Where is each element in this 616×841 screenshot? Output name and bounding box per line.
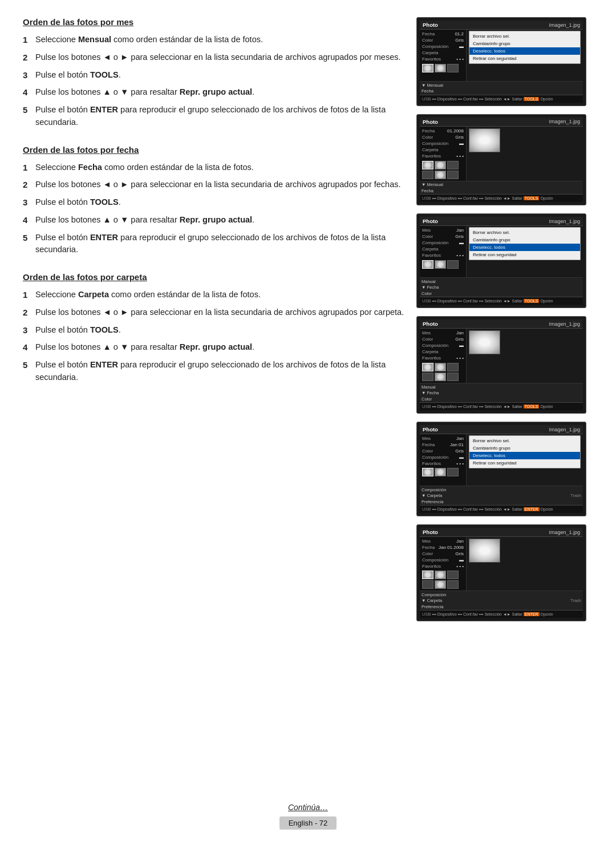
screen-top-bar: Photo Imagen_1.jpg [420,320,583,329]
step-list-carpeta: 1 Seleccione Carpeta como orden estándar… [23,289,405,384]
step-number: 1 [23,289,35,301]
thumbnail [435,260,446,269]
step-item: 1 Seleccione Carpeta como orden estándar… [23,289,405,301]
meta-row: Mes Jan [422,436,464,441]
screen-filename: Imagen_1.jpg [549,119,580,124]
step-text: Pulse los botones ◄ o ► para seleccionar… [35,306,404,319]
screen-top-bar: Photo Imagen_1.jpg [420,425,583,434]
screen-label: Photo [423,321,438,327]
thumbnail [447,363,459,371]
meta-row: Carpeta [422,246,464,252]
thumb-row [422,64,464,72]
large-preview [469,128,500,152]
screen-prefs-row: ▼ Mensual [420,81,583,88]
thumbnail [435,571,446,579]
step-item: 5 Pulse el botón ENTER para reproducir e… [23,232,405,257]
step-item: 3 Pulse el botón TOOLS. [23,69,405,82]
meta-row: Fecha 01.2 [422,31,464,37]
step-number: 3 [23,196,35,209]
screen-bottom-bar: USB ▪▪▪ Dispositivo ▪▪▪ Conf.fav ▪▪▪ Sel… [420,610,583,618]
meta-row: Carpeta [422,147,464,152]
screen-left-meta: Mes Jan Fecha Jan 01 Color Gris Composic… [420,434,467,486]
meta-row: Favoritos • • • [422,355,464,361]
meta-row: Color Gris [422,337,464,342]
meta-row: Color Gris [422,448,464,454]
thumb-row [422,373,464,381]
screen-body-inner: Fecha 01.2008 Color Gris Composición ▬ C… [420,127,583,181]
screen-bottom-bar: USB ▪▪▪ Dispositivo ▪▪▪ Conf.fav ▪▪▪ Sel… [420,297,583,305]
menu-item-borrar: Borrar archivo sel. [469,437,580,444]
step-number: 4 [23,341,35,354]
meta-row: Fecha Jan 01 [422,442,464,447]
screen-mes-2: Photo Imagen_1.jpg Fecha 01.2008 Color G… [416,114,586,206]
thumbnail [447,64,459,72]
step-number: 1 [23,161,35,174]
page-footer: Continúa… English - 72 [0,803,616,830]
screen-prefs-row3: Preferencia [420,499,583,506]
thumbnail [435,363,446,371]
screen-body-inner: Mes Jan Color Gris Composición ▬ Carpeta [420,226,583,277]
screen-prefs-row: ▼ Mensual [420,181,583,188]
meta-row: Favoritos • • • [422,253,464,258]
section-por-fecha: Orden de las fotos por fecha 1 Seleccion… [23,145,405,257]
large-preview [469,539,500,563]
screen-left-meta: Mes Jan Color Gris Composición ▬ Carpeta [420,226,467,277]
meta-row: Fecha Jan 01.2008 [422,545,464,550]
large-preview [469,330,500,354]
screen-filename: Imagen_1.jpg [549,321,580,327]
thumb-row [422,363,464,371]
screen-right-menu: Borrar archivo sel. Cambiarinfo grupo De… [467,226,583,277]
step-text: Pulse los botones ▲ o ▼ para resaltar Re… [35,86,254,99]
screen-fecha-2: Photo Imagen_1.jpg Mes Jan Color Gris Co… [416,316,586,414]
menu-item-deselecc: Deselecc. todos [469,244,580,251]
page-wrapper: Orden de las fotos por mes 1 Seleccione … [0,0,616,644]
screen-prefs-row3: Color [420,397,583,403]
step-number: 5 [23,359,35,371]
menu-item-cambiar: Cambiarinfo grupo [469,40,580,47]
section-title-mes: Orden de las fotos por mes [23,17,405,27]
thumbnail [447,571,459,579]
thumbnail [435,64,446,72]
menu-item-borrar: Borrar archivo sel. [469,33,580,40]
step-list-fecha: 1 Seleccione Fecha como orden estándar d… [23,161,405,257]
screen-prefs-row2: Fecha [420,88,583,95]
meta-row: Mes Jan [422,228,464,233]
step-item: 1 Seleccione Mensual como orden estándar… [23,34,405,46]
continue-text: Continúa… [288,803,328,812]
meta-row: Favoritos • • • [422,564,464,569]
screen-filename: Imagen_1.jpg [549,529,580,535]
step-item: 4 Pulse los botones ▲ o ▼ para resaltar … [23,341,405,354]
meta-row: Composición ▬ [422,240,464,245]
thumbnail [422,468,433,476]
screen-top-bar: Photo Imagen_1.jpg [420,528,583,537]
step-text: Pulse los botones ◄ o ► para seleccionar… [35,51,400,64]
thumbnail [447,171,459,179]
screen-right-preview [467,329,583,383]
screen-filename: Imagen_1.jpg [549,219,580,224]
screen-label: Photo [423,119,438,125]
menu-item-retirar: Retirar con seguridad [469,55,580,62]
step-text: Pulse los botones ◄ o ► para seleccionar… [35,179,401,191]
meta-row: Color Gris [422,234,464,239]
step-text: Pulse los botones ▲ o ▼ para resaltar Re… [35,214,254,227]
screen-mes-1: Photo Imagen_1.jpg Fecha 01.2 Color Gris… [416,17,586,106]
thumbnail [447,580,459,589]
screen-prefs-row2: Fecha [420,188,583,195]
screen-top-bar: Photo Imagen_1.jpg [420,118,583,127]
meta-row: Favoritos • • • [422,461,464,466]
step-item: 1 Seleccione Fecha como orden estándar d… [23,161,405,174]
meta-row: Color Gris [422,38,464,43]
screen-prefs-row: Composición [420,486,583,493]
screen-label: Photo [423,218,438,224]
menu-item-deselecc: Deselecc. todos [469,452,580,459]
screen-left-meta: Fecha 01.2 Color Gris Composición ▬ Carp… [420,30,467,81]
step-number: 4 [23,214,35,227]
step-item: 2 Pulse los botones ◄ o ► para seleccion… [23,51,405,64]
screen-body-inner: Mes Jan Color Gris Composición ▬ Carpeta [420,329,583,383]
screen-fecha-1: Photo Imagen_1.jpg Mes Jan Color Gris Co… [416,213,586,308]
thumbnail [422,64,433,72]
step-item: 4 Pulse los botones ▲ o ▼ para resaltar … [23,86,405,99]
menu-item-cambiar: Cambiarinfo grupo [469,236,580,244]
meta-row: Mes Jan [422,330,464,335]
thumbnail [435,580,446,589]
